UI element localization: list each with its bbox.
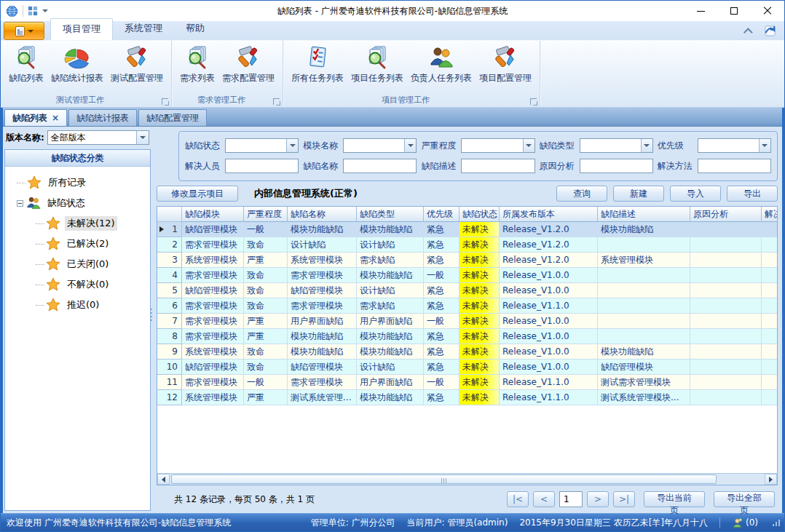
filter-text-input[interactable] xyxy=(226,159,298,172)
column-header-缺陷类型[interactable]: 缺陷类型 xyxy=(357,207,424,222)
filter-select-模块名称[interactable] xyxy=(343,138,417,153)
filter-input-缺陷名称[interactable] xyxy=(343,159,417,173)
table-row[interactable]: 8需求管理模块严重模块功能缺陷模块功能缺陷紧急未解决Release_V1.0.0 xyxy=(157,329,777,344)
first-page-button[interactable]: |< xyxy=(507,491,529,507)
grid-cell: 致命 xyxy=(244,298,288,314)
filter-select-缺陷类型[interactable] xyxy=(580,138,653,153)
ribbon-button-缺陷统计报表[interactable]: 缺陷统计报表 xyxy=(47,44,107,86)
table-row[interactable]: 2需求管理模块致命设计缺陷设计缺陷紧急未解决Release_V1.2.0 xyxy=(157,237,777,253)
column-header-缺陷描述[interactable]: 缺陷描述 xyxy=(598,207,690,222)
close-icon[interactable]: × xyxy=(52,113,59,123)
action-button-新建[interactable]: 新建 xyxy=(613,186,664,202)
ribbon-button-需求配置管理[interactable]: 需求配置管理 xyxy=(218,44,278,86)
minimize-button[interactable] xyxy=(684,1,717,21)
tree-item-label: 缺陷状态 xyxy=(45,196,87,210)
application-menu-button[interactable] xyxy=(4,22,44,40)
column-header-所属发布版本[interactable]: 所属发布版本 xyxy=(500,207,598,222)
table-row[interactable]: 11需求管理模块一般需求管理模块用户界面缺陷一般未解决Release_V1.1.… xyxy=(157,375,777,390)
doc-tab-缺陷配置管理[interactable]: 缺陷配置管理 xyxy=(138,109,207,126)
version-combobox[interactable]: 全部版本 xyxy=(47,130,149,145)
ribbon-button-所有任务列表[interactable]: 所有任务列表 xyxy=(288,44,347,86)
grid-cell: 紧急 xyxy=(424,253,459,268)
column-header-解决方法[interactable]: 解决方法 xyxy=(762,207,777,222)
filter-label: 严重程度 xyxy=(421,140,457,152)
doc-tab-缺陷统计报表[interactable]: 缺陷统计报表 xyxy=(68,109,137,126)
dialog-launcher-icon[interactable] xyxy=(273,98,280,105)
ribbon-tab-系统管理[interactable]: 系统管理 xyxy=(113,18,174,40)
combo-dropdown-button[interactable] xyxy=(523,139,534,152)
doc-tab-缺陷列表[interactable]: 缺陷列表× xyxy=(4,109,67,126)
ribbon-button-缺陷列表[interactable]: 缺陷列表 xyxy=(5,44,47,86)
page-number-input[interactable] xyxy=(559,491,583,507)
filter-select-优先级[interactable] xyxy=(698,138,771,153)
dialog-launcher-icon[interactable] xyxy=(530,98,537,105)
help-icon[interactable] xyxy=(763,24,777,38)
maximize-button[interactable] xyxy=(717,1,751,21)
column-header-缺陷模块[interactable]: 缺陷模块 xyxy=(182,207,244,222)
table-row[interactable]: 5缺陷管理模块致命缺陷管理模块设计缺陷紧急未解决Release_V1.0.0 xyxy=(157,283,777,298)
horizontal-scrollbar[interactable] xyxy=(157,473,777,485)
next-page-button[interactable]: > xyxy=(587,491,609,507)
tree-item-推迟(0)[interactable]: 推迟(0) xyxy=(7,295,149,315)
filter-input-解决人员[interactable] xyxy=(225,159,299,173)
filter-input-原因分析[interactable] xyxy=(580,159,653,173)
filter-text-input[interactable] xyxy=(580,159,652,172)
scrollbar-thumb[interactable] xyxy=(171,475,717,484)
ribbon-button-项目任务列表[interactable]: 项目任务列表 xyxy=(347,44,407,86)
action-button-导出[interactable]: 导出 xyxy=(727,186,778,202)
column-header-严重程度[interactable]: 严重程度 xyxy=(244,207,288,222)
combo-dropdown-button[interactable] xyxy=(759,139,770,152)
action-button-查询[interactable]: 查询 xyxy=(556,186,607,202)
dialog-launcher-icon[interactable] xyxy=(162,98,168,105)
tree-item-已关闭(0)[interactable]: 已关闭(0) xyxy=(7,254,149,274)
close-button[interactable] xyxy=(751,1,784,21)
filter-text-input[interactable] xyxy=(462,159,534,172)
layout-grid-icon[interactable] xyxy=(28,6,38,16)
column-header-缺陷状态[interactable]: 缺陷状态 xyxy=(459,207,500,222)
ribbon-button-负责人任务列表[interactable]: 负责人任务列表 xyxy=(407,44,476,86)
prev-page-button[interactable]: < xyxy=(533,491,555,507)
tree-item-未解决(12)[interactable]: 未解决(12) xyxy=(7,213,149,234)
modify-display-items-button[interactable]: 修改显示项目 xyxy=(157,186,238,202)
tree-item-所有记录[interactable]: 所有记录 xyxy=(7,172,149,193)
table-row[interactable]: 7需求管理模块严重用户界面缺陷用户界面缺陷一般未解决Release_V1.0.0 xyxy=(157,314,777,329)
combo-dropdown-button[interactable] xyxy=(286,139,298,152)
table-row[interactable]: 4需求管理模块致命需求管理模块模块功能缺陷一般未解决Release_V1.0.0 xyxy=(157,268,777,283)
table-row[interactable]: 3系统管理模块严重系统管理模块需求缺陷紧急未解决Release_V1.2.0系统… xyxy=(157,253,777,268)
combo-dropdown-button[interactable] xyxy=(641,139,652,152)
action-button-导入[interactable]: 导入 xyxy=(670,186,721,202)
export-current-page-button[interactable]: 导出当前页 xyxy=(644,491,705,507)
dropdown-caret-icon[interactable] xyxy=(42,9,48,12)
tree-item-缺陷状态[interactable]: 缺陷状态 xyxy=(7,193,149,213)
column-header-缺陷名称[interactable]: 缺陷名称 xyxy=(288,207,357,222)
last-page-button[interactable]: >| xyxy=(613,491,635,507)
column-header-优先级[interactable]: 优先级 xyxy=(424,207,459,222)
tree-item-已解决(2)[interactable]: 已解决(2) xyxy=(7,234,149,254)
ribbon-tab-项目管理[interactable]: 项目管理 xyxy=(50,18,113,40)
filter-text-input[interactable] xyxy=(698,159,770,172)
ribbon-button-测试配置管理[interactable]: 测试配置管理 xyxy=(107,44,167,86)
filter-input-解决方法[interactable] xyxy=(698,159,771,173)
combo-dropdown-button[interactable] xyxy=(404,139,416,152)
tree-item-不解决(0)[interactable]: 不解决(0) xyxy=(7,274,149,295)
message-badge[interactable]: (0) xyxy=(732,517,758,528)
ribbon-tab-帮助[interactable]: 帮助 xyxy=(174,18,216,40)
filter-text-input[interactable] xyxy=(344,159,416,172)
table-row[interactable]: 6需求管理模块致命需求管理模块需求缺陷紧急未解决Release_V1.1.0 xyxy=(157,298,777,314)
scroll-left-button[interactable] xyxy=(157,474,170,485)
filter-select-严重程度[interactable] xyxy=(461,138,534,153)
ribbon-button-需求列表[interactable]: 需求列表 xyxy=(176,44,218,86)
table-row[interactable]: 10缺陷管理模块致命缺陷管理模块设计缺陷紧急未解决Release_V1.0.0缺… xyxy=(157,360,777,375)
scroll-right-button[interactable] xyxy=(765,474,777,485)
table-row[interactable]: 9系统管理模块致命模块功能缺陷模块功能缺陷紧急未解决Release_V1.0.0… xyxy=(157,344,777,360)
combo-dropdown-button[interactable] xyxy=(136,131,149,144)
table-row[interactable]: 12系统管理模块严重测试系统管理...模块功能缺陷紧急未解决Release_V1… xyxy=(157,390,777,405)
collapse-box-icon[interactable] xyxy=(17,200,23,207)
filter-input-缺陷描述[interactable] xyxy=(461,159,534,173)
column-header-原因分析[interactable]: 原因分析 xyxy=(690,207,762,222)
table-row[interactable]: 1缺陷管理模块一般模块功能缺陷模块功能缺陷紧急未解决Release_V1.2.0… xyxy=(157,222,777,237)
export-all-pages-button[interactable]: 导出全部页 xyxy=(714,491,775,507)
splitter-grip[interactable] xyxy=(149,305,153,324)
filter-select-缺陷状态[interactable] xyxy=(225,138,299,153)
ribbon-button-项目配置管理[interactable]: 项目配置管理 xyxy=(476,44,535,86)
